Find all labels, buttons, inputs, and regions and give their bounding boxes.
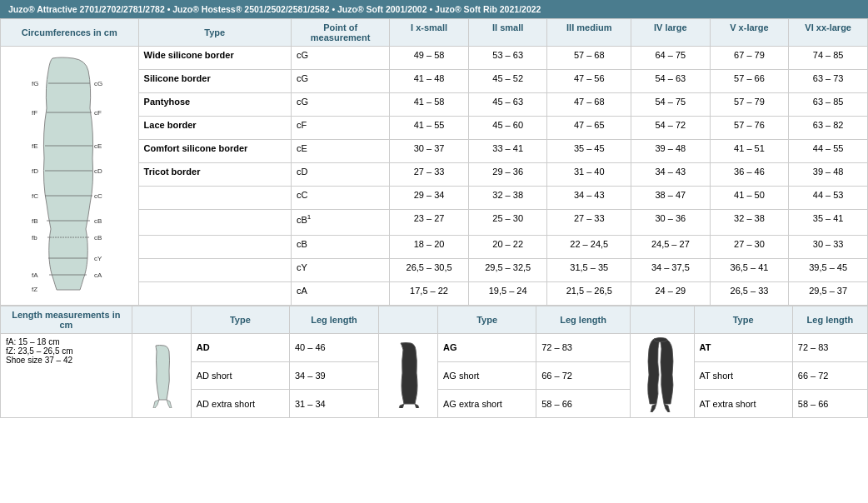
table-cell: 49 – 58	[390, 47, 469, 70]
svg-text:fF: fF	[32, 109, 37, 117]
row-type	[138, 281, 291, 305]
table-cell: 63 – 85	[789, 93, 868, 117]
table-cell: 34 – 43	[547, 187, 631, 210]
table-cell: 39 – 48	[789, 163, 868, 187]
length-table: Length measurements in cm Type Leg lengt…	[0, 306, 868, 418]
svg-text:cB: cB	[94, 217, 102, 225]
row-point: cG	[291, 47, 389, 70]
table-cell: 67 – 79	[710, 47, 789, 70]
ad-diagram-cell	[132, 334, 191, 418]
table-cell: 47 – 68	[547, 93, 631, 117]
table-cell: 27 – 30	[710, 235, 789, 258]
table-cell: 54 – 63	[631, 70, 711, 93]
row-type: Comfort silicone border	[138, 140, 291, 163]
svg-text:cB: cB	[94, 234, 102, 242]
col-size-4: IV large	[631, 19, 711, 47]
table-cell: 32 – 38	[710, 210, 789, 235]
length-type-cell: AT	[694, 334, 792, 362]
length-note: Shoe size 37 – 42	[6, 356, 127, 365]
svg-text:fB: fB	[32, 217, 38, 225]
length-leglength-3: Leg length	[792, 306, 867, 334]
table-cell: 18 – 20	[390, 235, 469, 258]
table-cell: 45 – 60	[468, 117, 547, 140]
length-diagram-header	[132, 306, 191, 334]
table-cell: 44 – 55	[789, 140, 868, 163]
circumference-table: Circumferences in cm Type Point of measu…	[0, 18, 868, 306]
table-cell: 23 – 27	[390, 210, 469, 235]
row-point: cC	[291, 187, 389, 210]
table-cell: 57 – 79	[710, 93, 789, 117]
table-cell: 36 – 46	[710, 163, 789, 187]
col-size-1: I x-small	[390, 19, 469, 47]
svg-text:fC: fC	[32, 192, 38, 200]
col-size-6: VI xx-large	[789, 19, 868, 47]
table-cell: 31,5 – 35	[547, 258, 631, 281]
svg-text:cG: cG	[94, 80, 102, 87]
svg-text:fZ: fZ	[32, 286, 37, 293]
table-cell: 19,5 – 24	[468, 281, 547, 305]
table-cell: 54 – 75	[631, 93, 711, 117]
table-cell: 32 – 38	[468, 187, 547, 210]
length-diagram-2	[378, 306, 437, 334]
length-value-cell: 31 – 34	[289, 390, 378, 418]
col-size-2: II small	[468, 19, 547, 47]
svg-text:fA: fA	[32, 271, 38, 279]
length-value-cell: 58 – 66	[792, 390, 867, 418]
table-cell: 53 – 63	[468, 47, 547, 70]
ad-leg-icon	[141, 341, 182, 408]
row-type: Wide silicone border	[138, 47, 291, 70]
length-type-cell: AG short	[437, 361, 536, 390]
row-point: cF	[291, 117, 389, 140]
row-point: cA	[291, 281, 389, 305]
length-type-cell: AT extra short	[694, 390, 792, 418]
length-type-cell: AT short	[694, 361, 792, 390]
table-cell: 57 – 66	[710, 70, 789, 93]
table-cell: 17,5 – 22	[390, 281, 469, 305]
table-cell: 36,5 – 41	[710, 258, 789, 281]
row-type: Tricot border	[138, 163, 291, 187]
row-type: Pantyhose	[138, 93, 291, 117]
length-value-cell: 72 – 83	[792, 334, 867, 362]
table-cell: 21,5 – 26,5	[547, 281, 631, 305]
length-note: fZ: 23,5 – 26,5 cm	[6, 346, 127, 356]
table-cell: 54 – 72	[631, 117, 711, 140]
table-cell: 44 – 53	[789, 187, 868, 210]
table-cell: 63 – 82	[789, 117, 868, 140]
leg-diagram-svg: fG cG fF cF fE cE fD cD fC cC	[15, 50, 123, 300]
row-type	[138, 187, 291, 210]
table-cell: 27 – 33	[547, 210, 631, 235]
svg-text:cE: cE	[94, 142, 102, 150]
table-cell: 45 – 52	[468, 70, 547, 93]
at-diagram-cell	[630, 334, 694, 418]
svg-text:cY: cY	[94, 255, 102, 262]
length-type-3: Type	[694, 306, 792, 334]
row-point: cB	[291, 235, 389, 258]
length-leglength-2: Leg length	[536, 306, 631, 334]
table-cell: 41 – 58	[390, 93, 469, 117]
table-cell: 29 – 34	[390, 187, 469, 210]
table-cell: 39,5 – 45	[789, 258, 868, 281]
table-cell: 34 – 37,5	[631, 258, 711, 281]
table-cell: 74 – 85	[789, 47, 868, 70]
row-type: Lace border	[138, 117, 291, 140]
length-leglength-1: Leg length	[289, 306, 378, 334]
header-text: Juzo® Attractive 2701/2702/2781/2782 • J…	[8, 4, 541, 14]
table-cell: 45 – 63	[468, 93, 547, 117]
svg-point-27	[654, 338, 667, 342]
row-type	[138, 210, 291, 235]
row-point: cY	[291, 258, 389, 281]
table-cell: 41 – 51	[710, 140, 789, 163]
length-type-2: Type	[437, 306, 536, 334]
table-cell: 24 – 29	[631, 281, 711, 305]
table-cell: 31 – 40	[547, 163, 631, 187]
svg-text:cF: cF	[94, 109, 102, 117]
row-point: cB1	[291, 210, 389, 235]
col-size-5: V x-large	[710, 19, 789, 47]
svg-text:fD: fD	[32, 167, 38, 175]
table-cell: 24,5 – 27	[631, 235, 711, 258]
table-cell: 41 – 48	[390, 70, 469, 93]
row-point: cE	[291, 140, 389, 163]
leg-diagram-cell: fG cG fF cF fE cE fD cD fC cC	[1, 47, 139, 306]
table-cell: 47 – 56	[547, 70, 631, 93]
length-diagram-3	[630, 306, 694, 334]
